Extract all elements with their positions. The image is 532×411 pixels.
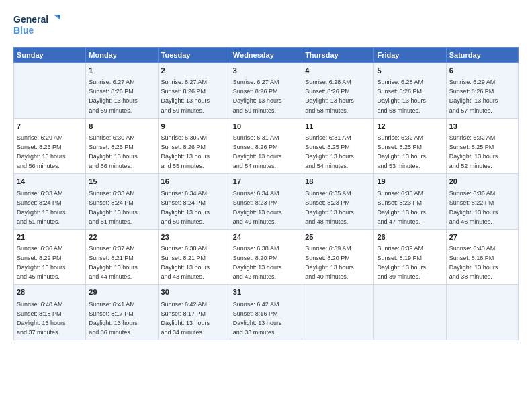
calendar-cell: 29Sunrise: 6:41 AM Sunset: 8:17 PM Dayli… [86,285,158,340]
calendar-cell [446,285,518,340]
calendar-header-row: SundayMondayTuesdayWednesdayThursdayFrid… [14,48,519,63]
header-day-wednesday: Wednesday [230,48,302,63]
week-row-2: 7Sunrise: 6:29 AM Sunset: 8:26 PM Daylig… [14,118,519,174]
date-number: 6 [449,66,515,76]
date-number: 24 [233,232,299,242]
cell-info: Sunrise: 6:39 AM Sunset: 8:20 PM Dayligh… [305,245,354,280]
date-number: 12 [377,122,443,132]
calendar-cell: 1Sunrise: 6:27 AM Sunset: 8:26 PM Daylig… [86,63,158,119]
cell-info: Sunrise: 6:28 AM Sunset: 8:26 PM Dayligh… [305,79,354,113]
date-number: 29 [89,287,154,298]
header-day-thursday: Thursday [302,48,374,63]
cell-info: Sunrise: 6:39 AM Sunset: 8:19 PM Dayligh… [377,245,426,280]
date-number: 10 [233,122,299,132]
date-number: 14 [17,177,83,187]
date-number: 28 [17,287,83,298]
calendar-cell: 18Sunrise: 6:35 AM Sunset: 8:23 PM Dayli… [302,174,374,230]
header-day-monday: Monday [86,48,158,63]
calendar-cell: 13Sunrise: 6:32 AM Sunset: 8:25 PM Dayli… [446,118,518,174]
calendar-cell [302,285,374,340]
date-number: 26 [377,232,443,242]
date-number: 1 [89,66,154,76]
calendar-cell: 16Sunrise: 6:34 AM Sunset: 8:24 PM Dayli… [158,174,230,230]
date-number: 13 [449,122,515,132]
calendar-cell: 6Sunrise: 6:29 AM Sunset: 8:26 PM Daylig… [446,63,518,119]
date-number: 3 [233,66,299,76]
week-row-3: 14Sunrise: 6:33 AM Sunset: 8:24 PM Dayli… [14,174,519,230]
date-number: 17 [233,177,299,187]
date-number: 11 [305,122,371,132]
cell-info: Sunrise: 6:29 AM Sunset: 8:26 PM Dayligh… [449,79,498,113]
calendar-cell: 24Sunrise: 6:38 AM Sunset: 8:20 PM Dayli… [230,229,302,285]
date-number: 20 [449,177,515,187]
week-row-5: 28Sunrise: 6:40 AM Sunset: 8:18 PM Dayli… [14,285,519,340]
cell-info: Sunrise: 6:31 AM Sunset: 8:25 PM Dayligh… [305,134,354,169]
date-number: 27 [449,232,515,242]
calendar-cell: 27Sunrise: 6:40 AM Sunset: 8:18 PM Dayli… [446,229,518,285]
date-number: 18 [305,177,371,187]
calendar-cell: 12Sunrise: 6:32 AM Sunset: 8:25 PM Dayli… [374,118,446,174]
calendar-cell: 3Sunrise: 6:27 AM Sunset: 8:26 PM Daylig… [230,63,302,119]
calendar-cell: 25Sunrise: 6:39 AM Sunset: 8:20 PM Dayli… [302,229,374,285]
cell-info: Sunrise: 6:28 AM Sunset: 8:26 PM Dayligh… [377,79,426,113]
cell-info: Sunrise: 6:32 AM Sunset: 8:25 PM Dayligh… [449,134,498,169]
calendar-cell: 19Sunrise: 6:35 AM Sunset: 8:23 PM Dayli… [374,174,446,230]
cell-info: Sunrise: 6:27 AM Sunset: 8:26 PM Dayligh… [161,79,210,113]
header: General Blue [13,12,519,40]
cell-info: Sunrise: 6:35 AM Sunset: 8:23 PM Dayligh… [305,190,354,225]
svg-text:General: General [13,14,48,25]
calendar-cell: 22Sunrise: 6:37 AM Sunset: 8:21 PM Dayli… [86,229,158,285]
date-number: 16 [161,177,227,187]
logo: General Blue [13,12,60,40]
cell-info: Sunrise: 6:30 AM Sunset: 8:26 PM Dayligh… [161,134,210,169]
calendar-cell: 7Sunrise: 6:29 AM Sunset: 8:26 PM Daylig… [14,118,86,174]
calendar-cell: 4Sunrise: 6:28 AM Sunset: 8:26 PM Daylig… [302,63,374,119]
cell-info: Sunrise: 6:33 AM Sunset: 8:24 PM Dayligh… [17,190,66,225]
calendar-table: SundayMondayTuesdayWednesdayThursdayFrid… [13,47,519,340]
cell-info: Sunrise: 6:38 AM Sunset: 8:20 PM Dayligh… [233,245,282,280]
date-number: 25 [305,232,371,242]
cell-info: Sunrise: 6:33 AM Sunset: 8:24 PM Dayligh… [89,190,138,225]
calendar-cell: 8Sunrise: 6:30 AM Sunset: 8:26 PM Daylig… [86,118,158,174]
date-number: 8 [89,122,154,132]
date-number: 2 [161,66,227,76]
cell-info: Sunrise: 6:34 AM Sunset: 8:23 PM Dayligh… [233,190,282,225]
calendar-cell [374,285,446,340]
cell-info: Sunrise: 6:34 AM Sunset: 8:24 PM Dayligh… [161,190,210,225]
date-number: 23 [161,232,227,242]
calendar-cell: 11Sunrise: 6:31 AM Sunset: 8:25 PM Dayli… [302,118,374,174]
cell-info: Sunrise: 6:41 AM Sunset: 8:17 PM Dayligh… [89,301,138,336]
cell-info: Sunrise: 6:31 AM Sunset: 8:26 PM Dayligh… [233,134,282,169]
page: General Blue SundayMondayTuesdayWednesda… [0,0,532,347]
cell-info: Sunrise: 6:29 AM Sunset: 8:26 PM Dayligh… [17,134,66,169]
cell-info: Sunrise: 6:42 AM Sunset: 8:16 PM Dayligh… [233,301,282,336]
header-day-friday: Friday [374,48,446,63]
calendar-cell: 26Sunrise: 6:39 AM Sunset: 8:19 PM Dayli… [374,229,446,285]
calendar-cell [14,63,86,119]
calendar-cell: 9Sunrise: 6:30 AM Sunset: 8:26 PM Daylig… [158,118,230,174]
cell-info: Sunrise: 6:38 AM Sunset: 8:21 PM Dayligh… [161,245,210,280]
calendar-cell: 17Sunrise: 6:34 AM Sunset: 8:23 PM Dayli… [230,174,302,230]
date-number: 15 [89,177,154,187]
cell-info: Sunrise: 6:32 AM Sunset: 8:25 PM Dayligh… [377,134,426,169]
logo-svg: General Blue [13,12,60,40]
calendar-cell: 28Sunrise: 6:40 AM Sunset: 8:18 PM Dayli… [14,285,86,340]
date-number: 21 [17,232,83,242]
date-number: 19 [377,177,443,187]
date-number: 7 [17,122,83,132]
date-number: 30 [161,287,227,298]
calendar-cell: 15Sunrise: 6:33 AM Sunset: 8:24 PM Dayli… [86,174,158,230]
cell-info: Sunrise: 6:30 AM Sunset: 8:26 PM Dayligh… [89,134,138,169]
header-day-saturday: Saturday [446,48,518,63]
cell-info: Sunrise: 6:27 AM Sunset: 8:26 PM Dayligh… [233,79,282,113]
date-number: 9 [161,122,227,132]
calendar-cell: 10Sunrise: 6:31 AM Sunset: 8:26 PM Dayli… [230,118,302,174]
calendar-cell: 5Sunrise: 6:28 AM Sunset: 8:26 PM Daylig… [374,63,446,119]
cell-info: Sunrise: 6:42 AM Sunset: 8:17 PM Dayligh… [161,301,210,336]
calendar-cell: 2Sunrise: 6:27 AM Sunset: 8:26 PM Daylig… [158,63,230,119]
cell-info: Sunrise: 6:40 AM Sunset: 8:18 PM Dayligh… [17,301,66,336]
cell-info: Sunrise: 6:37 AM Sunset: 8:21 PM Dayligh… [89,245,138,280]
calendar-cell: 31Sunrise: 6:42 AM Sunset: 8:16 PM Dayli… [230,285,302,340]
cell-info: Sunrise: 6:36 AM Sunset: 8:22 PM Dayligh… [449,190,498,225]
header-day-sunday: Sunday [14,48,86,63]
